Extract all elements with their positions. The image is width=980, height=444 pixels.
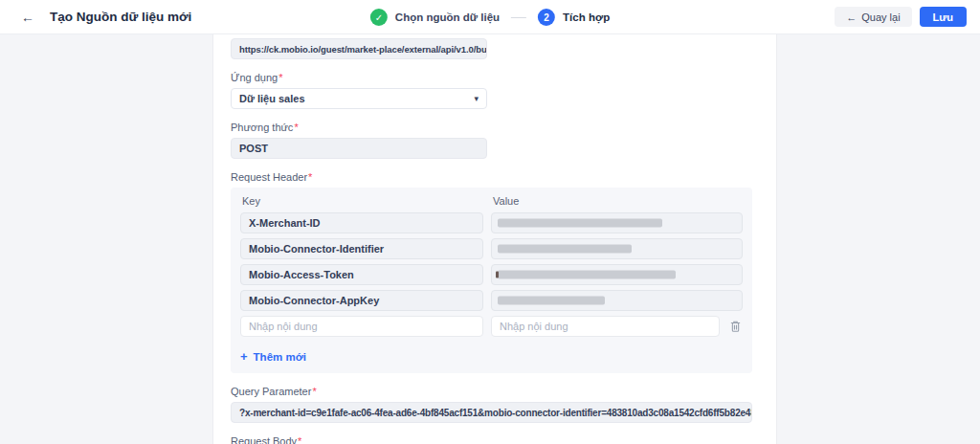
- masked-value-bar: [498, 297, 605, 305]
- save-button[interactable]: Lưu: [920, 7, 967, 27]
- stepper: ✓ Chọn nguồn dữ liệu 2 Tích hợp: [370, 0, 610, 34]
- step-label: Chọn nguồn dữ liệu: [395, 11, 500, 23]
- step-number-badge: 2: [538, 9, 555, 26]
- required-mark: *: [312, 386, 316, 397]
- plus-icon: +: [240, 350, 248, 363]
- required-mark: *: [294, 122, 298, 133]
- request-header-columns: Key Value: [240, 195, 743, 207]
- add-header-row-button[interactable]: + Thêm mới: [240, 350, 306, 363]
- header-value-cell: [491, 316, 720, 337]
- header-value-input[interactable]: [491, 316, 720, 337]
- header-row: [240, 264, 743, 285]
- form-card: https://ck.mobio.io/guest/market-place/e…: [212, 34, 777, 444]
- required-mark: *: [278, 72, 282, 83]
- step-label: Tích hợp: [563, 11, 610, 23]
- header-row: [240, 238, 743, 259]
- value-column-header: Value: [491, 195, 743, 207]
- topbar-actions: ← Quay lại Lưu: [835, 7, 967, 27]
- header-row: [240, 212, 743, 233]
- header-row: [240, 316, 743, 337]
- step-divider: [511, 17, 526, 18]
- header-rows: [240, 212, 743, 337]
- header-row: [240, 290, 743, 311]
- app-select[interactable]: Dữ liệu sales ▾: [231, 88, 487, 109]
- back-arrow-icon: ←: [846, 11, 857, 23]
- header-value-cell: [491, 290, 743, 311]
- header-key-input[interactable]: [240, 316, 483, 337]
- trash-icon: [729, 320, 742, 333]
- header-value-cell: [491, 238, 743, 259]
- query-parameter-field: ?x-merchant-id=c9e1fafe-ac06-4fea-ad6e-4…: [231, 402, 752, 423]
- app-viewport: ← Tạo Nguồn dữ liệu mới ✓ Chọn nguồn dữ …: [0, 0, 980, 444]
- label-text: Request Header: [231, 171, 307, 183]
- delete-row-button[interactable]: [727, 319, 743, 334]
- back-button[interactable]: ← Quay lại: [835, 7, 911, 27]
- step-done-check-icon: ✓: [370, 9, 388, 26]
- endpoint-url-field: https://ck.mobio.io/guest/market-place/e…: [231, 38, 487, 59]
- query-parameter-label: Query Parameter*: [231, 386, 776, 397]
- masked-value-fragment: [496, 272, 499, 278]
- label-text: Ứng dụng: [231, 72, 278, 83]
- chevron-down-icon: ▾: [474, 94, 479, 103]
- page-title: Tạo Nguồn dữ liệu mới: [50, 10, 191, 24]
- add-row-label: Thêm mới: [254, 351, 306, 363]
- key-column-header: Key: [240, 195, 483, 207]
- header-value-cell: [491, 212, 743, 233]
- label-text: Request Body: [231, 435, 297, 444]
- back-button-label: Quay lại: [861, 11, 900, 23]
- step-integration[interactable]: 2 Tích hợp: [538, 9, 610, 26]
- app-select-value: Dữ liệu sales: [239, 93, 305, 104]
- masked-value-bar: [498, 271, 676, 279]
- required-mark: *: [308, 171, 312, 183]
- top-bar: ← Tạo Nguồn dữ liệu mới ✓ Chọn nguồn dữ …: [0, 0, 980, 34]
- header-value-cell: [491, 264, 743, 285]
- masked-value-bar: [498, 219, 662, 228]
- step-choose-source[interactable]: ✓ Chọn nguồn dữ liệu: [370, 9, 500, 26]
- back-icon[interactable]: ←: [21, 10, 34, 25]
- header-key-input[interactable]: [240, 264, 483, 285]
- label-text: Query Parameter: [231, 386, 311, 397]
- method-field-label: Phương thức*: [231, 122, 776, 133]
- request-header-label: Request Header*: [231, 171, 776, 183]
- app-field-label: Ứng dụng*: [231, 72, 776, 83]
- method-field: POST: [231, 138, 487, 159]
- required-mark: *: [298, 435, 301, 444]
- masked-value-bar: [498, 245, 632, 254]
- request-body-label: Request Body*: [231, 435, 776, 444]
- header-key-input[interactable]: [240, 290, 483, 311]
- request-header-panel: Key Value: [231, 188, 752, 373]
- label-text: Phương thức: [231, 122, 293, 133]
- header-key-input[interactable]: [240, 212, 483, 233]
- header-key-input[interactable]: [240, 238, 483, 259]
